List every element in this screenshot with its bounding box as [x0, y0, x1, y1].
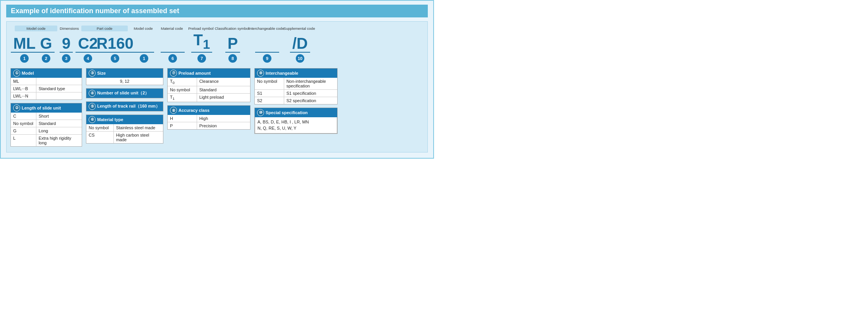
table-size-title: Size — [97, 71, 106, 75]
table-num-slide-title: Number of slide unit（2） — [97, 90, 149, 96]
code-blank-6: 6 — [158, 37, 188, 62]
cell-s2-code: S2 — [255, 97, 284, 104]
cell-lwln-code: LWL···N — [11, 92, 36, 99]
num-3: 3 — [62, 54, 70, 63]
table-row: CS High carbon steel made — [86, 132, 163, 143]
circle-1: ① — [13, 70, 20, 77]
label-preload-symbol: Preload symbol — [187, 26, 214, 31]
table-row: S2 S2 specification — [255, 97, 337, 104]
table-row: T1 Light preload — [168, 94, 250, 102]
code-d: /D 10 — [285, 35, 316, 63]
cell-light-preload: Light preload — [197, 94, 250, 102]
table-row: No symbol Non-interchangeable specificat… — [255, 78, 337, 90]
table-special-title: Special specification — [266, 110, 308, 115]
table-row: T0 Clearance — [168, 78, 250, 86]
table-size-header: ③ Size — [86, 68, 163, 78]
code-r160: R160 5 — [99, 35, 130, 63]
cell-ml-code: ML — [11, 78, 36, 85]
table-material-header: ⑥ Material type — [86, 115, 163, 124]
page-title: Example of identification number of asse… — [6, 5, 428, 17]
table-special-body: A, BS, D, E, HB, I , LR, MNN, Q, RE, S, … — [255, 117, 337, 133]
table-length-slide: ② Length of slide unit C Short No symbol… — [10, 103, 82, 147]
code-blank-9-text — [255, 37, 279, 52]
cell-standard-desc2: Standard — [36, 120, 82, 127]
table-row: ML — [11, 78, 82, 85]
table-model-header: ① Model — [11, 68, 82, 78]
label-classification-symbol: Classification symbol — [214, 26, 250, 31]
cell-l-code: L — [11, 135, 36, 146]
num-7: 7 — [197, 54, 206, 63]
cell-s1-code: S1 — [255, 90, 284, 97]
code-blank-1-text — [134, 37, 154, 52]
table-track-rail-title: Length of track rail（160 mm） — [97, 103, 160, 109]
table-material-title: Material type — [97, 117, 123, 122]
table-row: LWL···N — [11, 92, 82, 99]
code-g-text: G — [38, 35, 54, 53]
table-interchangeable-title: Interchangeable — [266, 71, 298, 75]
circle-10: ⑩ — [257, 109, 264, 116]
table-size: ③ Size 9, 12 — [86, 68, 163, 85]
col-2: ③ Size 9, 12 ④ Number of slide unit（2） — [86, 68, 163, 147]
code-g: G 2 — [36, 35, 56, 63]
cell-noninter-desc: Non-interchangeable specification — [284, 78, 337, 89]
table-row: 9, 12 — [86, 78, 163, 85]
table-special-header: ⑩ Special specification — [255, 108, 337, 117]
cell-clearance-desc: Clearance — [197, 78, 250, 86]
cell-h-code: H — [168, 115, 197, 122]
num-8: 8 — [228, 54, 237, 63]
table-special: ⑩ Special specification A, BS, D, E, HB,… — [254, 108, 338, 134]
table-track-rail-header: ⑤ Length of track rail（160 mm） — [86, 102, 163, 111]
num-2: 2 — [42, 54, 50, 63]
label-material-code: Material code — [160, 26, 184, 31]
circle-3: ③ — [89, 70, 96, 77]
code-9-text: 9 — [60, 35, 73, 53]
col-1: ① Model ML LWL···B Standard type — [10, 68, 82, 147]
table-preload-header: ⑦ Preload amount — [168, 68, 250, 78]
num-10: 10 — [296, 54, 304, 63]
table-accuracy-header: ⑧ Accuracy class — [168, 106, 250, 115]
outer-container: Example of identification number of asse… — [0, 0, 434, 159]
table-row: L Extra high rigidity long — [11, 135, 82, 146]
table-material-body: No symbol Stainless steel made CS High c… — [86, 124, 163, 143]
table-accuracy-title: Accuracy class — [178, 108, 209, 113]
code-t1: T1 7 — [188, 31, 216, 63]
cell-precision-desc: Precision — [197, 122, 250, 129]
table-preload-body: T0 Clearance No symbol Standard T1 Light… — [168, 78, 250, 102]
circle-8: ⑧ — [170, 107, 177, 114]
tables-section: ① Model ML LWL···B Standard type — [10, 68, 424, 147]
cell-short-desc: Short — [36, 113, 82, 120]
table-length-slide-header: ② Length of slide unit — [11, 103, 82, 113]
table-row: P Precision — [168, 122, 250, 129]
code-9: 9 3 — [56, 35, 76, 63]
code-p-text: P — [225, 35, 240, 53]
cell-ml-desc — [36, 78, 82, 85]
code-blank-6-text — [161, 37, 185, 52]
table-model: ① Model ML LWL···B Standard type — [10, 68, 82, 100]
circle-7: ⑦ — [170, 70, 177, 77]
code-r160-text: R160 — [94, 35, 136, 53]
code-t1-text: T1 — [191, 31, 213, 53]
label-supplemental-code: Supplemental code — [283, 26, 316, 31]
table-num-slide-header: ④ Number of slide unit（2） — [86, 89, 163, 98]
table-row: G Long — [11, 127, 82, 135]
cell-high-desc: High — [197, 115, 250, 122]
circle-2: ② — [13, 104, 20, 111]
label-interchangeable-code: Interchangeable code — [248, 26, 285, 31]
num-5: 5 — [111, 54, 119, 63]
cell-lwln-desc — [36, 92, 82, 99]
col-4: ⑨ Interchangeable No symbol Non-intercha… — [254, 68, 338, 147]
table-preload: ⑦ Preload amount T0 Clearance No symbol … — [167, 68, 250, 102]
num-1a: 1 — [20, 54, 29, 63]
code-p: P 8 — [216, 35, 250, 63]
label-model-code-2: Model code — [133, 26, 153, 31]
cell-nosymbol-mat: No symbol — [86, 124, 114, 131]
num-9: 9 — [263, 54, 271, 63]
label-part-code: Part code — [81, 26, 128, 31]
code-blank-1: 1 — [130, 37, 158, 62]
cell-stainless-desc: Stainless steel made — [114, 124, 163, 131]
table-interchangeable-body: No symbol Non-interchangeable specificat… — [255, 78, 337, 104]
cell-lwlb-code: LWL···B — [11, 85, 36, 92]
code-ml-text: ML — [11, 35, 38, 53]
cell-t0-code: T0 — [168, 78, 197, 86]
circle-4: ④ — [89, 90, 96, 97]
